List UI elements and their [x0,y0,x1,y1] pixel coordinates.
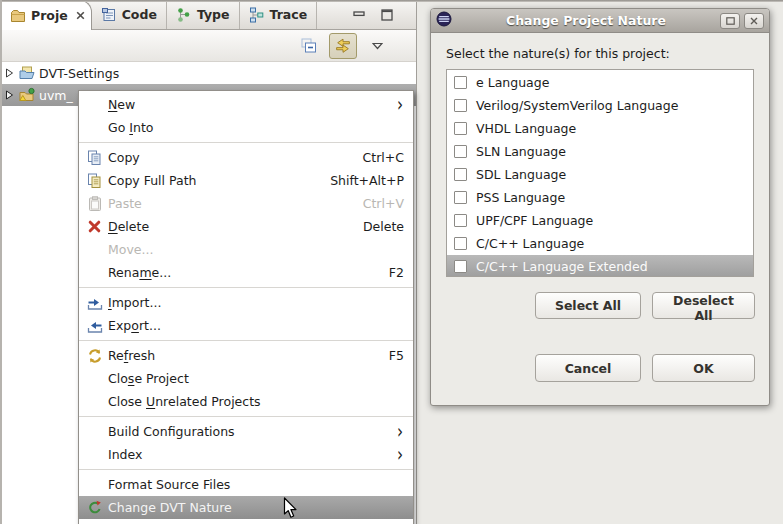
menu-item-move: Move... [79,238,413,261]
checkbox[interactable] [454,214,467,227]
nature-label: VHDL Language [476,121,576,136]
menu-item-build-configurations[interactable]: Build Configurations › [79,420,413,443]
deselect-all-button[interactable]: Deselect All [652,292,755,319]
dialog-titlebar[interactable]: Change Project Nature [431,9,769,33]
checkbox[interactable] [454,122,467,135]
menu-item-export[interactable]: Export... [79,314,413,337]
nature-row-e-language[interactable]: e Language [447,71,753,94]
type-hierarchy-icon [176,7,192,23]
nature-label: e Language [476,75,549,90]
dialog-close-icon[interactable] [744,13,764,29]
nature-label: Verilog/SystemVerilog Language [476,98,678,113]
import-icon [85,295,104,311]
nature-row-vhdl[interactable]: VHDL Language [447,117,753,140]
checkbox[interactable] [454,260,467,273]
window-frame-left [0,0,2,524]
expander-icon[interactable] [5,68,15,78]
nature-label: UPF/CPF Language [476,213,593,228]
view-toolbar [0,30,416,62]
menu-item-close-project[interactable]: Close Project [79,367,413,390]
cancel-button[interactable]: Cancel [535,354,641,382]
menu-separator [79,340,413,341]
menu-item-new[interactable]: New › [79,93,413,116]
menu-item-paste: Paste Ctrl+V [79,192,413,215]
copy-icon [85,150,104,166]
checkbox[interactable] [454,76,467,89]
menu-item-go-into[interactable]: Go Into [79,116,413,139]
tab-label: Proje [31,8,68,23]
collapse-all-icon[interactable] [298,35,320,57]
nature-row-pss[interactable]: PSS Language [447,186,753,209]
tab-close-icon[interactable] [76,11,85,20]
menu-separator [79,469,413,470]
menu-item-refresh[interactable]: Refresh F5 [79,344,413,367]
menu-item-import[interactable]: Import... [79,291,413,314]
menu-item-index[interactable]: Index › [79,443,413,466]
nature-label: SLN Language [476,144,566,159]
tab-trace[interactable]: Trace [240,0,318,29]
projects-folder-icon [10,8,26,24]
link-with-editor-icon[interactable] [329,33,357,59]
nature-row-c-cpp[interactable]: C/C++ Language [447,232,753,255]
view-tabbar: Proje Code Type Tr [0,0,416,30]
dialog-title: Change Project Nature [456,13,716,28]
menu-item-format-source-files[interactable]: Format Source Files [79,473,413,496]
shortcut: F5 [371,348,404,363]
nature-label: C/C++ Language [476,236,584,251]
menu-item-change-dvt-nature[interactable]: Change DVT Nature [79,496,413,519]
checkbox[interactable] [454,145,467,158]
checkbox[interactable] [454,168,467,181]
eclipse-icon [436,11,452,31]
shortcut: Shift+Alt+P [312,173,404,188]
tab-label: Trace [270,7,308,22]
dialog-prompt: Select the nature(s) for this project: [446,46,754,61]
select-all-button[interactable]: Select All [535,292,641,319]
maximize-icon[interactable] [380,8,394,22]
checkbox[interactable] [454,237,467,250]
minimize-icon[interactable] [352,8,366,22]
dvt-nature-icon [85,500,104,516]
menu-item-copy-full-path[interactable]: Copy Full Path Shift+Alt+P [79,169,413,192]
checkbox[interactable] [454,99,467,112]
dvt-settings-folder-icon [19,65,35,81]
change-project-nature-dialog: Change Project Nature Select the nature(… [430,8,770,406]
nature-row-sln[interactable]: SLN Language [447,140,753,163]
view-window-buttons [352,0,416,29]
menu-separator [79,287,413,288]
menu-separator [79,142,413,143]
dialog-maximize-icon[interactable] [720,13,740,29]
select-buttons-row: Select All Deselect All [445,292,755,319]
tree-item-dvt-settings[interactable]: DVT-Settings [0,62,416,84]
submenu-arrow-icon: › [397,94,404,114]
project-context-menu: New › Go Into Copy Ctrl+C Copy Full Path… [78,90,414,524]
tree-item-label: DVT-Settings [39,66,119,81]
view-menu-icon[interactable] [366,35,388,57]
ok-button[interactable]: OK [652,354,755,382]
nature-label: SDL Language [476,167,566,182]
nature-row-verilog[interactable]: Verilog/SystemVerilog Language [447,94,753,117]
expander-icon[interactable] [5,90,15,100]
menu-item-delete[interactable]: Delete Delete [79,215,413,238]
menu-item-close-unrelated-projects[interactable]: Close Unrelated Projects [79,390,413,413]
nature-row-c-cpp-extended[interactable]: C/C++ Language Extended [447,255,753,277]
menu-item-copy[interactable]: Copy Ctrl+C [79,146,413,169]
tab-projects[interactable]: Proje [0,0,92,30]
uvm-project-folder-icon [19,87,35,103]
nature-row-sdl[interactable]: SDL Language [447,163,753,186]
eclipse-window: Proje Code Type Tr [0,0,783,524]
nature-row-upf-cpf[interactable]: UPF/CPF Language [447,209,753,232]
nature-list: e Language Verilog/SystemVerilog Languag… [446,69,754,277]
export-icon [85,318,104,334]
menu-item-rename[interactable]: Rename... F2 [79,261,413,284]
tab-label: Code [122,7,157,22]
shortcut: Ctrl+C [345,150,404,165]
tab-types[interactable]: Type [167,0,240,29]
dialog-action-buttons-row: Cancel OK [445,354,755,382]
checkbox[interactable] [454,191,467,204]
shortcut: F2 [371,265,404,280]
menu-separator [79,416,413,417]
nature-label: PSS Language [476,190,565,205]
submenu-arrow-icon: › [397,444,404,464]
trace-hierarchy-icon [249,7,265,23]
tab-code[interactable]: Code [92,0,167,29]
